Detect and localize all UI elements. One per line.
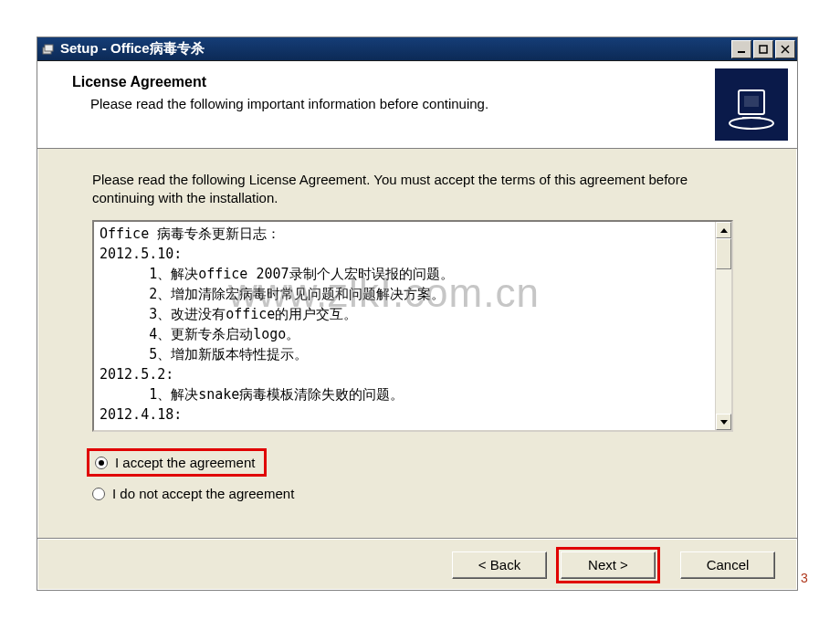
radio-accept[interactable]: I accept the agreement <box>92 448 742 477</box>
app-icon <box>41 42 56 57</box>
close-button[interactable] <box>775 40 795 58</box>
cancel-button[interactable]: Cancel <box>680 551 775 579</box>
scrollbar[interactable] <box>715 222 731 430</box>
radio-reject[interactable]: I do not accept the agreement <box>92 486 742 501</box>
scroll-up-button[interactable] <box>716 222 731 238</box>
intro-text: Please read the following License Agreem… <box>92 171 742 207</box>
license-textarea[interactable]: Office 病毒专杀更新日志： 2012.5.10: 1、解决office 2… <box>92 220 733 432</box>
installer-window: Setup - Office病毒专杀 License Agreement Ple… <box>37 37 798 591</box>
scroll-thumb[interactable] <box>716 238 731 269</box>
next-button[interactable]: Next > <box>561 551 656 579</box>
svg-rect-3 <box>760 46 767 53</box>
wizard-header: License Agreement Please read the follow… <box>37 61 797 149</box>
svg-point-6 <box>730 118 773 129</box>
minimize-button[interactable] <box>731 40 751 58</box>
svg-rect-2 <box>738 51 745 53</box>
header-title: License Agreement <box>72 74 697 90</box>
header-icon <box>715 68 788 141</box>
scroll-track[interactable] <box>716 238 731 414</box>
radio-reject-label: I do not accept the agreement <box>112 486 294 501</box>
maximize-button[interactable] <box>753 40 773 58</box>
radio-icon <box>95 457 108 469</box>
svg-rect-1 <box>45 45 53 51</box>
back-button[interactable]: < Back <box>452 551 547 579</box>
header-subtitle: Please read the following important info… <box>90 96 697 111</box>
radio-icon <box>92 488 105 500</box>
wizard-body: Please read the following License Agreem… <box>37 149 797 539</box>
titlebar-text: Setup - Office病毒专杀 <box>60 40 730 58</box>
wizard-footer: < Back Next > Cancel <box>37 539 797 590</box>
license-content: Office 病毒专杀更新日志： 2012.5.10: 1、解决office 2… <box>94 222 713 430</box>
titlebar[interactable]: Setup - Office病毒专杀 <box>37 37 797 61</box>
corner-number: 3 <box>801 571 808 585</box>
svg-rect-8 <box>744 96 759 107</box>
radio-accept-label: I accept the agreement <box>115 455 255 470</box>
titlebar-controls <box>730 40 795 58</box>
scroll-down-button[interactable] <box>716 414 731 430</box>
